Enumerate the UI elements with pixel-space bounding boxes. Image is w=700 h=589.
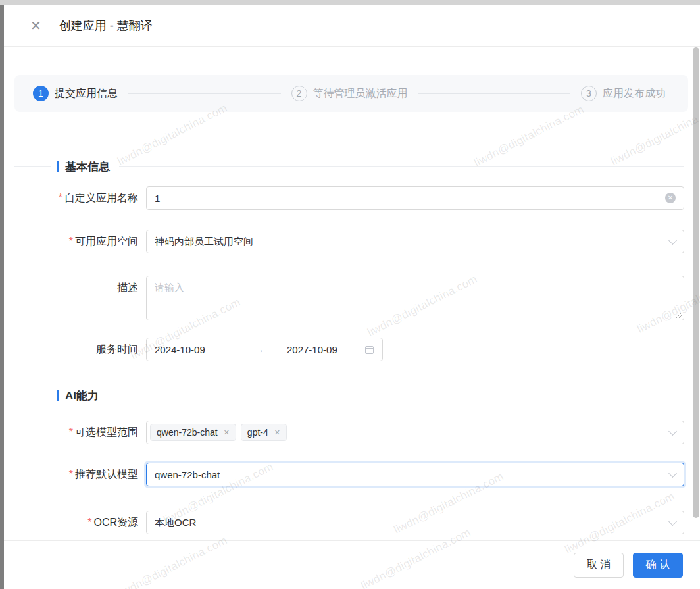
step-2-number: 2 [291,86,307,101]
service-time-row: 服务时间 → [4,338,684,361]
model-tag-label: gpt-4 [247,427,268,438]
field-label-text: 服务时间 [96,344,138,355]
model-range-select[interactable]: qwen-72b-chat ✕ gpt-4 ✕ [146,421,684,444]
default-model-value: qwen-72b-chat [155,469,220,480]
required-asterisk: * [69,469,73,480]
cancel-button[interactable]: 取 消 [574,553,624,578]
tag-close-icon[interactable]: ✕ [274,429,280,436]
description-row: 描述 [4,276,684,320]
default-model-row: *推荐默认模型 qwen-72b-chat [4,463,684,486]
app-name-row: *自定义应用名称 ✕ [4,186,684,210]
ocr-resource-value: 本地OCR [155,517,196,529]
field-label-text: 自定义应用名称 [64,192,138,203]
model-tag: qwen-72b-chat ✕ [150,424,236,441]
close-icon[interactable]: ✕ [30,19,41,32]
steps-bar: 1 提交应用信息 2 等待管理员激活应用 3 应用发布成功 [14,75,688,112]
scrollbar-thumb[interactable] [693,47,699,518]
ocr-resource-select[interactable]: 本地OCR [146,511,684,534]
chevron-down-icon[interactable] [668,427,677,436]
app-space-row: *可用应用空间 神码内部员工试用空间 [4,230,684,253]
step-3-label: 应用发布成功 [603,87,666,101]
field-label-service-time: 服务时间 [4,338,146,361]
description-textarea-wrap [146,276,684,320]
field-label-app-space: *可用应用空间 [4,230,146,253]
description-textarea[interactable] [155,282,676,315]
section-divider [108,396,684,396]
model-tag: gpt-4 ✕ [241,424,287,441]
field-label-model-range: *可选模型范围 [4,421,146,444]
app-name-input-wrap: ✕ [146,186,684,210]
service-end-date-input[interactable] [287,344,364,355]
required-asterisk: * [59,192,63,203]
chevron-down-icon[interactable] [668,236,677,245]
app-space-value: 神码内部员工试用空间 [155,236,253,248]
step-publish-success: 3 应用发布成功 [581,86,666,101]
required-asterisk: * [69,426,73,438]
dialog-body: 1 提交应用信息 2 等待管理员激活应用 3 应用发布成功 基本信息 *自定义应… [4,47,700,589]
chevron-down-icon[interactable] [668,517,677,526]
field-label-text: 可用应用空间 [75,236,138,247]
page-left-edge [0,0,4,589]
step-wait-activation: 2 等待管理员激活应用 [291,86,408,101]
default-model-select[interactable]: qwen-72b-chat [146,463,684,486]
section-ai-ability: AI能力 [14,388,684,403]
model-tag-label: qwen-72b-chat [157,427,218,438]
arrow-right-icon: → [238,344,282,355]
field-label-text: OCR资源 [93,517,138,528]
section-divider [119,166,684,167]
step-1-label: 提交应用信息 [55,87,118,101]
section-basic-info-title: 基本信息 [65,159,110,174]
field-label-text: 可选模型范围 [75,426,138,438]
clear-icon[interactable]: ✕ [665,193,676,203]
field-label-default-model: *推荐默认模型 [4,463,146,486]
step-connector [418,93,571,94]
dialog-title: 创建应用 - 慧翻译 [59,18,153,34]
page-top-edge [0,0,700,5]
ocr-resource-row: *OCR资源 本地OCR [4,511,684,534]
resize-handle-icon[interactable] [676,312,682,319]
section-accent-bar [57,161,59,172]
step-1-number: 1 [33,86,49,101]
section-accent-bar [57,390,59,401]
section-divider [14,396,51,396]
scrollbar[interactable] [692,46,700,589]
section-basic-info: 基本信息 [14,159,684,174]
step-connector [128,93,281,94]
app-space-select[interactable]: 神码内部员工试用空间 [146,230,684,253]
create-app-dialog: ✕ 创建应用 - 慧翻译 1 提交应用信息 2 等待管理员激活应用 3 应用发布… [4,5,700,589]
confirm-button[interactable]: 确 认 [633,553,683,578]
section-ai-ability-title: AI能力 [65,388,99,403]
required-asterisk: * [88,517,91,528]
model-range-row: *可选模型范围 qwen-72b-chat ✕ gpt-4 ✕ [4,421,684,444]
section-divider [14,166,51,167]
calendar-icon[interactable] [364,345,374,355]
chevron-down-icon[interactable] [668,469,677,478]
step-3-number: 3 [581,86,597,101]
step-2-label: 等待管理员激活应用 [313,87,408,101]
field-label-text: 描述 [117,282,138,293]
tag-close-icon[interactable]: ✕ [224,429,230,436]
field-label-ocr-resource: *OCR资源 [4,511,146,534]
field-label-text: 推荐默认模型 [75,469,138,480]
required-asterisk: * [69,236,73,247]
dialog-footer: 取 消 确 认 [4,540,700,589]
service-time-range-picker[interactable]: → [146,338,383,361]
service-start-date-input[interactable] [155,344,232,355]
step-submit-info: 1 提交应用信息 [33,86,118,101]
dialog-header: ✕ 创建应用 - 慧翻译 [4,5,700,47]
app-name-input[interactable] [155,193,660,204]
field-label-app-name: *自定义应用名称 [4,186,146,210]
field-label-description: 描述 [4,276,146,299]
